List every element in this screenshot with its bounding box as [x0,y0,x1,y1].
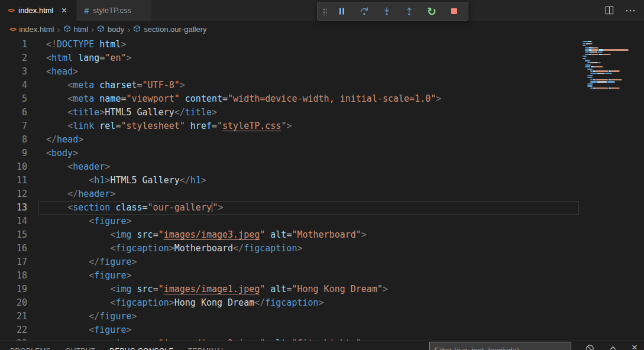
pause-button[interactable] [333,4,351,19]
code-line[interactable]: 2<html lang="en"> [0,51,580,65]
code-line[interactable]: 13 <section class="our-gallery"> [0,201,580,215]
code-text: </head> [46,133,580,147]
code-text: <!DOCTYPE html> [46,38,580,51]
code-line[interactable]: 15 <img src="images/image3.jpeg" alt="Mo… [0,228,580,242]
code-line[interactable]: 16 <figcaption>Motherboard</figcaption> [0,242,580,255]
tab-index-html[interactable]: <> index.html × [0,0,77,21]
code-text: <img src="images/image3.jpeg" alt="Mothe… [46,228,580,242]
code-line[interactable]: 22 <figure> [0,323,580,337]
minimap[interactable] [582,41,640,90]
chevron-right-icon: › [91,25,94,34]
code-text: </figure> [46,310,580,323]
line-number: 22 [0,323,27,337]
minimap-line [582,88,640,90]
close-panel-icon[interactable]: × [632,342,637,350]
code-line[interactable]: 14 <figure> [0,215,580,228]
vscode-window: <> index.html × # styleTP.css ⋯ [0,0,644,350]
code-text: <figure> [46,215,580,228]
editor[interactable]: 1<!DOCTYPE html>2<html lang="en">3<head>… [0,38,644,341]
panel-tabs: PROBLEMS OUTPUT DEBUG CONSOLE TERMINAL [0,347,225,350]
line-number: 16 [0,242,27,255]
line-number: 3 [0,65,27,79]
step-over-button[interactable] [355,4,373,19]
restart-button[interactable]: ↻ [423,4,441,19]
code-line[interactable]: 12 </header> [0,187,580,201]
code-line[interactable]: 3<head> [0,65,580,79]
code-line[interactable]: 19 <img src="images/image1.jpeg" alt="Ho… [0,283,580,296]
close-tab-icon[interactable]: × [59,5,70,17]
debug-toolbar: ↻ [317,2,468,21]
code-line[interactable]: 10 <header> [0,160,580,174]
code-text: <head> [46,65,580,79]
line-number: 13 [0,201,27,215]
breadcrumb: <> index.html › html › body › [0,21,644,38]
filter-input[interactable] [430,346,571,350]
code-text: <meta charset="UTF-8"> [46,79,580,92]
code-line[interactable]: 17 </figure> [0,255,580,269]
code-text: </header> [46,187,580,201]
code-line[interactable]: 9<body> [0,147,580,160]
breadcrumb-item-file[interactable]: <> index.html [9,25,54,34]
line-number: 21 [0,310,27,323]
panel-tab-output[interactable]: OUTPUT [65,347,95,350]
html-file-icon: <> [9,25,16,33]
restart-icon: ↻ [427,6,436,17]
breadcrumb-item-section[interactable]: section.our-gallery [133,25,206,34]
line-number: 15 [0,228,27,242]
html-file-icon: <> [8,7,14,14]
symbol-field-icon [63,25,71,34]
code-line[interactable]: 11 <h1>HTML5 Gallery</h1> [0,174,580,187]
code-text: <body> [46,147,580,160]
stop-button[interactable] [445,4,463,19]
breadcrumb-label: index.html [19,25,54,34]
panel-tab-terminal[interactable]: TERMINAL [188,347,225,350]
split-editor-icon[interactable] [603,4,616,17]
code-line[interactable]: 5 <meta name="viewport" content="width=d… [0,92,580,106]
drag-handle-icon[interactable] [322,8,327,15]
panel-tab-debug-console[interactable]: DEBUG CONSOLE [109,347,174,350]
code-line[interactable]: 18 <figure> [0,269,580,283]
breadcrumb-label: section.our-gallery [144,25,206,34]
line-number: 9 [0,147,27,160]
code-line[interactable]: 4 <meta charset="UTF-8"> [0,79,580,92]
chevron-right-icon: › [127,25,130,34]
code-text: <img src="images/image1.jpeg" alt="Hong … [46,283,580,296]
line-number: 6 [0,106,27,119]
code-text: <link rel="stylesheet" href="styleTP.css… [46,119,580,133]
panel-tab-problems[interactable]: PROBLEMS [10,347,51,350]
tab-label: styleTP.css [93,6,131,15]
step-into-button[interactable] [378,4,396,19]
breadcrumb-item-body[interactable]: body [97,25,124,34]
breadcrumb-label: html [74,25,89,34]
line-number: 4 [0,79,27,92]
clear-console-icon[interactable] [585,344,594,350]
tab-label: index.html [18,6,53,15]
maximize-panel-icon[interactable] [609,344,617,350]
breadcrumb-item-html[interactable]: html [63,25,89,34]
line-number: 5 [0,92,27,106]
breadcrumb-label: body [108,25,124,34]
code-line[interactable]: 20 <figcaption>Hong Kong Dream</figcapti… [0,296,580,310]
code-line[interactable]: 21 </figure> [0,310,580,323]
code-text: <section class="our-gallery"> [46,201,580,215]
tab-styletp-css[interactable]: # styleTP.css [77,0,153,21]
line-number: 14 [0,215,27,228]
more-actions-icon[interactable]: ⋯ [624,4,637,17]
line-number: 8 [0,133,27,147]
code-text: <figure> [46,269,580,283]
code-text: <html lang="en"> [46,51,580,65]
code-line[interactable]: 1<!DOCTYPE html> [0,38,580,51]
code-text: <figcaption>Motherboard</figcaption> [46,242,580,255]
code-line[interactable]: 8</head> [0,133,580,147]
code-text: <meta name="viewport" content="width=dev… [46,92,580,106]
code-text: </figure> [46,255,580,269]
code-line[interactable]: 6 <title>HTML5 Gallery</title> [0,106,580,119]
symbol-field-icon [133,25,141,34]
panel-actions: × [429,341,644,350]
chevron-right-icon: › [57,25,60,34]
code-line[interactable]: 7 <link rel="stylesheet" href="styleTP.c… [0,119,580,133]
code-text: <header> [46,160,580,174]
panel-header: PROBLEMS OUTPUT DEBUG CONSOLE TERMINAL × [0,341,644,350]
step-out-button[interactable] [400,4,418,19]
line-number: 7 [0,119,27,133]
